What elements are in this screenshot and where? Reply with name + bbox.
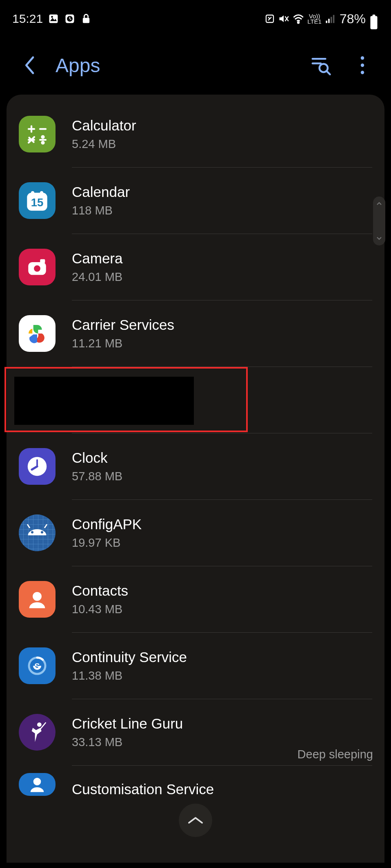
status-bar: 15:21 Vo))LTE1 78% — [0, 0, 391, 32]
back-button[interactable] — [18, 53, 42, 77]
mute-icon — [278, 13, 289, 24]
app-name: Calendar — [72, 184, 372, 200]
status-time: 15:21 — [12, 12, 43, 26]
volte-label: Vo))LTE1 — [307, 13, 322, 24]
app-name: Carrier Services — [72, 317, 372, 333]
play-services-icon — [19, 315, 56, 352]
svg-line-55 — [40, 722, 46, 729]
app-size: 118 MB — [72, 204, 372, 217]
svg-point-23 — [361, 71, 364, 74]
page-header: Apps — [0, 32, 391, 95]
app-size: 11.38 MB — [72, 669, 372, 682]
signal-icon — [325, 13, 336, 24]
app-size: 19.97 KB — [72, 536, 372, 550]
gallery-icon — [48, 13, 59, 24]
app-row-calendar[interactable]: 15 Calendar 118 MB — [7, 168, 384, 234]
cricket-icon — [19, 714, 56, 751]
app-name: Cricket Line Guru — [72, 716, 372, 732]
app-name: Clock — [72, 450, 372, 466]
svg-rect-0 — [49, 15, 58, 23]
svg-point-47 — [31, 531, 33, 534]
filter-search-button[interactable] — [309, 53, 333, 77]
app-size: 33.13 MB — [72, 735, 372, 749]
android-grid-icon — [19, 515, 56, 551]
svg-point-51 — [33, 592, 42, 601]
app-row-camera[interactable]: Camera 24.01 MB — [7, 234, 384, 300]
svg-point-9 — [298, 22, 299, 24]
app-size: 11.21 MB — [72, 337, 372, 350]
svg-rect-43 — [40, 259, 45, 263]
redacted-block — [14, 377, 194, 425]
continuity-icon: S — [19, 647, 56, 684]
page-title: Apps — [56, 54, 100, 77]
svg-rect-11 — [328, 19, 330, 23]
app-row-continuity-service[interactable]: S Continuity Service 11.38 MB — [7, 633, 384, 699]
app-size: 57.88 MB — [72, 470, 372, 483]
svg-rect-13 — [333, 15, 335, 23]
app-row-redacted[interactable] — [7, 367, 384, 433]
app-name: Customisation Service — [72, 781, 372, 797]
svg-rect-15 — [373, 15, 375, 17]
app-row-carrier-services[interactable]: Carrier Services 11.21 MB — [7, 300, 384, 367]
app-name: ConfigAPK — [72, 516, 372, 532]
svg-point-48 — [41, 531, 43, 534]
app-row-customisation-service[interactable]: Customisation Service — [7, 766, 384, 806]
svg-point-56 — [33, 778, 41, 786]
sync-icon — [265, 14, 275, 24]
battery-icon — [369, 14, 379, 24]
app-name: Camera — [72, 250, 372, 267]
svg-rect-12 — [331, 17, 332, 23]
svg-point-21 — [361, 56, 364, 60]
clock-icon — [19, 448, 56, 485]
app-size: 10.43 MB — [72, 603, 372, 616]
svg-point-54 — [37, 722, 42, 727]
expand-up-button[interactable] — [179, 804, 212, 837]
calculator-icon — [19, 116, 56, 152]
lock-icon — [80, 13, 92, 24]
app-row-clock[interactable]: Clock 57.88 MB — [7, 433, 384, 499]
app-name: Contacts — [72, 583, 372, 599]
app-size: 5.24 MB — [72, 137, 372, 151]
svg-point-38 — [31, 191, 34, 194]
customisation-icon — [19, 773, 56, 796]
contacts-icon — [19, 581, 56, 618]
wifi-icon — [293, 13, 304, 24]
app-name: Continuity Service — [72, 649, 372, 665]
highlight-box — [4, 367, 248, 432]
svg-text:15: 15 — [31, 196, 44, 209]
more-options-button[interactable] — [350, 53, 375, 77]
svg-point-22 — [361, 64, 364, 67]
app-size: 24.01 MB — [72, 270, 372, 284]
svg-point-30 — [42, 136, 44, 138]
svg-point-2 — [51, 16, 53, 18]
svg-rect-10 — [326, 21, 327, 23]
app-row-cricket-line-guru[interactable]: Cricket Line Guru 33.13 MB Deep sleeping — [7, 699, 384, 765]
app-status-badge: Deep sleeping — [298, 748, 373, 761]
app-row-configapk[interactable]: ConfigAPK 19.97 KB — [7, 500, 384, 566]
svg-line-20 — [327, 71, 330, 75]
calendar-icon: 15 — [19, 182, 56, 219]
svg-text:S: S — [34, 662, 40, 671]
clock-app-icon — [64, 13, 76, 24]
battery-percent: 78% — [340, 11, 366, 27]
svg-point-31 — [42, 141, 44, 144]
svg-rect-5 — [83, 18, 89, 23]
apps-list: Calculator 5.24 MB 15 Calendar 118 MB Ca… — [7, 95, 384, 863]
svg-point-39 — [40, 191, 43, 194]
app-row-contacts[interactable]: Contacts 10.43 MB — [7, 566, 384, 632]
app-name: Calculator — [72, 117, 372, 134]
camera-icon — [19, 249, 56, 285]
app-row-calculator[interactable]: Calculator 5.24 MB — [7, 101, 384, 167]
